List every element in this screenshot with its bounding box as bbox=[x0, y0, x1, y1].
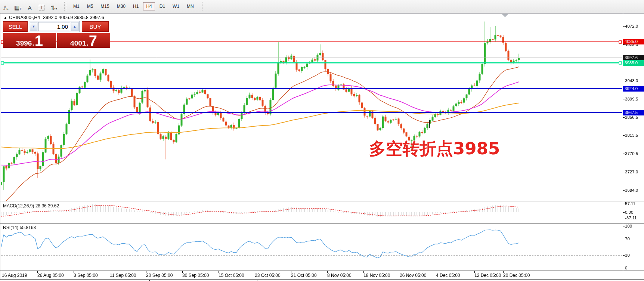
chart-ohlc-header: ▲CHINA300-,H43992.0 4006.9 3985.8 3997.6 bbox=[4, 15, 104, 20]
sell-button[interactable]: SELL bbox=[3, 21, 28, 32]
timeframe-button-m30[interactable]: M30 bbox=[114, 2, 129, 10]
toolbar-separator bbox=[202, 2, 204, 11]
price-level-badge: 3997.6 bbox=[623, 55, 644, 61]
symbol-label: CHINA300-,H4 bbox=[9, 15, 40, 20]
timeframe-button-mn[interactable]: MN bbox=[184, 2, 197, 10]
price-tick-label: 3684.0 bbox=[625, 188, 638, 193]
chart-annotation-text: 多空转折点3985 bbox=[369, 138, 500, 160]
time-axis-label: 26 Nov 05:00 bbox=[400, 273, 426, 278]
timeframe-button-m1[interactable]: M1 bbox=[70, 2, 83, 10]
price-level-badge: 3924.0 bbox=[623, 86, 644, 92]
price-tick-label: 3770.5 bbox=[625, 151, 638, 156]
sell-price-dot: . bbox=[32, 40, 34, 47]
buy-price-pips: 7 bbox=[89, 35, 97, 47]
timeframe-button-m5[interactable]: M5 bbox=[84, 2, 96, 10]
time-axis-label: 8 Nov 05:00 bbox=[327, 273, 352, 278]
time-axis-label: 16 Aug 2019 bbox=[2, 273, 27, 278]
text-tool-icon[interactable]: A bbox=[25, 1, 35, 12]
time-axis-label: 12 Dec 05:00 bbox=[474, 273, 501, 278]
sell-price-pips: 1 bbox=[35, 35, 43, 47]
time-axis-label: 23 Oct 05:00 bbox=[255, 273, 281, 278]
collapse-icon[interactable]: ▲ bbox=[4, 16, 7, 19]
sell-price-button[interactable]: 3996.1 bbox=[3, 33, 56, 48]
price-tick-label: 4072.0 bbox=[625, 24, 638, 29]
line-studies-toolbar: ⫽E▦FAT⇅▾ bbox=[0, 1, 60, 12]
time-axis-label: 26 Aug 05:00 bbox=[37, 273, 64, 278]
buy-price-main: 4001 bbox=[70, 40, 86, 47]
time-axis-label: 4 Dec 05:00 bbox=[436, 273, 460, 278]
ohlc-values: 3992.0 4006.9 3985.8 3997.6 bbox=[43, 15, 104, 20]
time-axis-label: 20 Dec 05:00 bbox=[503, 273, 530, 278]
macd-indicator-label: MACD(12,26,9) 28.36 39.62 bbox=[3, 203, 59, 209]
time-axis-label: 18 Nov 05:00 bbox=[363, 273, 390, 278]
timeframe-button-h4[interactable]: H4 bbox=[143, 2, 155, 10]
macd-axis-label: 57.11 bbox=[625, 201, 635, 206]
price-level-badge: 4035.0 bbox=[623, 39, 644, 44]
rsi-indicator-label: RSI(14) 55.8163 bbox=[3, 225, 36, 230]
fibo-grid-icon[interactable]: ▦F bbox=[13, 1, 23, 12]
buy-price-button[interactable]: 4001.7 bbox=[57, 33, 110, 48]
price-tick-label: 3943.0 bbox=[625, 78, 638, 83]
time-axis-label: 20 Sep 05:00 bbox=[146, 273, 173, 278]
mt4-chart-window: ⫽E▦FAT⇅▾ M1M5M15M30H1H4D1W1MN ▲CHINA300-… bbox=[0, 0, 644, 281]
time-axis-label: 30 Sep 05:00 bbox=[182, 273, 209, 278]
lot-increase-button[interactable]: ▲ bbox=[71, 22, 78, 31]
rsi-axis-label: 0 bbox=[625, 265, 627, 271]
timeframe-button-d1[interactable]: D1 bbox=[157, 2, 168, 10]
rsi-axis-label: 100 bbox=[625, 223, 632, 229]
price-tick-label: 3813.5 bbox=[625, 133, 638, 138]
lot-size-group: ▼ ▲ bbox=[29, 21, 80, 32]
time-axis-label: 15 Oct 05:00 bbox=[219, 273, 244, 278]
text-label-tool-icon[interactable]: T bbox=[37, 1, 47, 12]
macd-axis-label: 0.00 bbox=[625, 210, 633, 215]
timeframe-button-h1[interactable]: H1 bbox=[130, 2, 142, 10]
buy-price-dot: . bbox=[86, 40, 88, 47]
price-tick-label: 3727.0 bbox=[625, 169, 638, 175]
time-axis-label: 31 Oct 05:00 bbox=[291, 273, 317, 278]
time-axis-label: 11 Sep 05:00 bbox=[110, 273, 136, 278]
timeframe-button-m15[interactable]: M15 bbox=[97, 2, 112, 10]
arrow-tool-icon[interactable]: ⇅▾ bbox=[49, 1, 59, 12]
buy-button[interactable]: BUY bbox=[82, 21, 109, 32]
price-tick-label: 3856.5 bbox=[625, 115, 638, 120]
toolbar-separator bbox=[64, 2, 66, 11]
rsi-axis-label: 70 bbox=[625, 236, 630, 241]
fibo-expansion-icon[interactable]: ⫽E bbox=[1, 1, 11, 12]
price-tick-label: 3899.5 bbox=[625, 96, 638, 102]
macd-axis-label: -37.11 bbox=[625, 215, 637, 220]
toolbar: ⫽E▦FAT⇅▾ M1M5M15M30H1H4D1W1MN bbox=[0, 0, 644, 13]
rsi-axis-label: 30 bbox=[625, 253, 630, 258]
price-level-badge: 3867.5 bbox=[623, 110, 644, 115]
price-level-badge: 3985.0 bbox=[623, 60, 644, 66]
lot-decrease-button[interactable]: ▼ bbox=[30, 22, 37, 31]
timeframe-button-w1[interactable]: W1 bbox=[170, 2, 182, 10]
one-click-trade-panel: SELL ▼ ▲ BUY 3996.1 4001.7 bbox=[3, 21, 110, 48]
timeframe-toolbar: M1M5M15M30H1H4D1W1MN bbox=[69, 2, 198, 10]
time-axis-label: 3 Sep 05:00 bbox=[74, 273, 98, 278]
lot-size-input[interactable] bbox=[38, 22, 70, 31]
sell-price-main: 3996 bbox=[16, 40, 32, 47]
